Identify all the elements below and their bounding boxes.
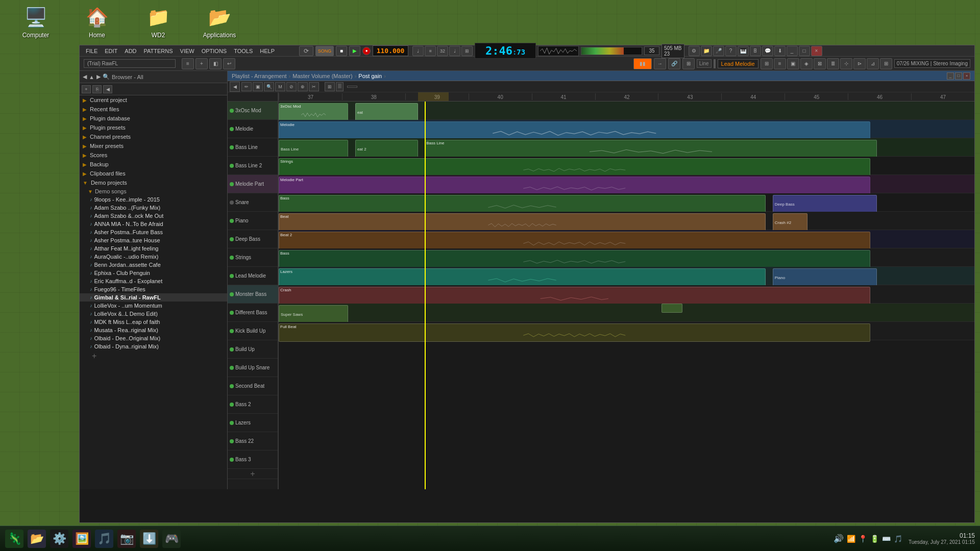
browser-nav-back[interactable]: ◀ bbox=[83, 73, 87, 80]
block-mel-part-1[interactable]: Melodie Part bbox=[279, 177, 870, 195]
song-benn[interactable]: ♪ Benn Jordan..assette Cafe bbox=[80, 261, 227, 269]
track-row-3xosc[interactable]: 3xOsc Mod eat bbox=[279, 102, 974, 120]
track-lazers[interactable]: Lazers bbox=[228, 414, 278, 432]
track-row-deepbass[interactable]: Beat 2 bbox=[279, 230, 974, 248]
track-content-area[interactable]: 3xOsc Mod eat bbox=[279, 102, 974, 489]
block-melodie-1[interactable]: Melodie bbox=[279, 121, 870, 140]
block-supersaws-1[interactable]: Super Saws bbox=[279, 305, 348, 323]
browser-scores[interactable]: ▶ Scores bbox=[80, 151, 227, 160]
tb-btn-4[interactable]: ↩ bbox=[223, 58, 235, 69]
track-row-bassline2[interactable]: Strings bbox=[279, 157, 974, 175]
track-row-strings[interactable]: Bass bbox=[279, 248, 974, 267]
block-deep-bass[interactable]: Deep Bass bbox=[773, 195, 877, 213]
track-bass2[interactable]: Bass 2 bbox=[228, 395, 278, 414]
block-3xosc-1[interactable]: 3xOsc Mod bbox=[279, 103, 348, 121]
metronome-icon[interactable]: ♩ bbox=[412, 46, 424, 56]
song-adam2[interactable]: ♪ Adam Szabo &..ock Me Out bbox=[80, 212, 227, 220]
track-mute-buildup[interactable] bbox=[230, 347, 234, 352]
track-3xosc[interactable]: 3xOsc Mod bbox=[228, 102, 278, 120]
track-mute-deepbass[interactable] bbox=[230, 237, 234, 241]
min-btn[interactable]: _ bbox=[787, 46, 798, 56]
taskbar-terminal-icon[interactable]: ⚙️ bbox=[50, 530, 68, 548]
song-lollie1[interactable]: ♪ LollieVox - ..um Momentum bbox=[80, 302, 227, 310]
song-9loops[interactable]: ♪ 9loops - Kee..imple - 2015 bbox=[80, 195, 227, 204]
block-bassline-1[interactable]: Bass Line bbox=[279, 140, 348, 158]
browser-demo-projects[interactable]: ▼ Demo projects bbox=[80, 178, 227, 187]
ch-btn-6[interactable]: ≣ bbox=[827, 58, 839, 69]
track-mute-bassline[interactable] bbox=[230, 145, 234, 149]
track-mute-bassline2[interactable] bbox=[230, 164, 234, 168]
volume-icon[interactable]: 🔊 bbox=[834, 534, 844, 543]
track-row-piano[interactable]: Beat Crash #2 bbox=[279, 212, 974, 230]
mic-icon[interactable]: 🎤 bbox=[713, 46, 724, 56]
ch-btn-1[interactable]: ⊞ bbox=[761, 58, 773, 69]
track-snare[interactable]: Snare bbox=[228, 193, 278, 212]
track-melodie-part[interactable]: Melodie Part bbox=[228, 175, 278, 193]
song-asher1[interactable]: ♪ Asher Postma..Future Bass bbox=[80, 228, 227, 236]
browser-icon[interactable]: 📁 bbox=[701, 46, 712, 56]
song-gimbal[interactable]: ♪ Gimbal & Si..rial - RawFL bbox=[80, 293, 227, 302]
browser-recent-files[interactable]: ▶ Recent files bbox=[80, 105, 227, 114]
track-row-lead[interactable]: Lazers Piano bbox=[279, 267, 974, 285]
track-mute-kick[interactable] bbox=[230, 329, 234, 333]
menu-add[interactable]: ADD bbox=[121, 47, 139, 55]
menu-options[interactable]: OPTIONS bbox=[199, 47, 230, 55]
pattern-icon[interactable]: ≡ bbox=[425, 46, 436, 56]
max-btn[interactable]: □ bbox=[799, 46, 810, 56]
track-mute-piano[interactable] bbox=[230, 219, 234, 223]
song-asher2[interactable]: ♪ Asher Postma..ture House bbox=[80, 236, 227, 244]
song-musata[interactable]: ♪ Musata - Rea..riginal Mix) bbox=[80, 326, 227, 334]
tb-btn-2[interactable]: + bbox=[195, 58, 208, 69]
pl-mute-btn[interactable]: M bbox=[275, 82, 285, 91]
time-sig-icon[interactable]: ♩ bbox=[449, 46, 460, 56]
browser-tree[interactable]: ▶ Current project ▶ Recent files ▶ Plugi… bbox=[80, 95, 227, 489]
close-btn[interactable]: × bbox=[811, 46, 822, 56]
ch-btn-5[interactable]: ⊠ bbox=[814, 58, 826, 69]
ch-btn-8[interactable]: ⊳ bbox=[853, 58, 866, 69]
track-monster-bass[interactable]: Monster Bass bbox=[228, 285, 278, 304]
browser-channel-presets[interactable]: ▶ Channel presets bbox=[80, 132, 227, 141]
tb-btn-3[interactable]: ◧ bbox=[209, 58, 222, 69]
win-close[interactable]: × bbox=[963, 72, 970, 80]
win-minimize[interactable]: _ bbox=[947, 72, 954, 80]
level-slider[interactable] bbox=[581, 47, 642, 55]
song-aura[interactable]: ♪ AuraQualic -..udio Remix) bbox=[80, 253, 227, 261]
browser-backup[interactable]: ▶ Backup bbox=[80, 160, 227, 169]
block-beat-2[interactable]: Beat 2 bbox=[279, 232, 870, 250]
block-crash-main[interactable]: Crash bbox=[279, 287, 870, 305]
block-supersaws-2[interactable] bbox=[662, 304, 682, 313]
desktop-icon-wd2[interactable]: 📁 WD2 bbox=[138, 5, 179, 39]
block-bass-str-1[interactable]: Bass bbox=[279, 250, 870, 268]
tb-btn-1[interactable]: ≡ bbox=[182, 58, 194, 69]
taskbar-game-icon[interactable]: 🎮 bbox=[162, 530, 181, 548]
pl-snap-btn[interactable]: ⊞ bbox=[325, 82, 335, 91]
track-bass22[interactable]: Bass 22 bbox=[228, 432, 278, 450]
browser-plugin-presets[interactable]: ▶ Plugin presets bbox=[80, 123, 227, 132]
song-atthar[interactable]: ♪ Atthar Feat M..ight feeling bbox=[80, 244, 227, 253]
block-lazers-1[interactable]: Lazers bbox=[279, 268, 766, 287]
track-mute-lazers[interactable] bbox=[230, 421, 234, 425]
track-mute-3xosc[interactable] bbox=[230, 109, 234, 113]
track-row-fullbeat[interactable]: Full Beat bbox=[279, 322, 974, 340]
ctrl-btn[interactable]: ⊞ bbox=[682, 58, 695, 69]
track-bassline[interactable]: Bass Line bbox=[228, 138, 278, 157]
breadcrumb-playlist[interactable]: Playlist - Arrangement bbox=[232, 73, 287, 79]
song-adam1[interactable]: ♪ Adam Szabo ..(Funky Mix) bbox=[80, 204, 227, 212]
track-mute-bass2[interactable] bbox=[230, 403, 234, 407]
settings-icon[interactable]: ⚙ bbox=[689, 46, 700, 56]
ch-btn-4[interactable]: ◈ bbox=[800, 58, 813, 69]
track-row-bassline[interactable]: Bass Line eat 2 Bass Line bbox=[279, 138, 974, 157]
browser-copy-btn[interactable]: ⎘ bbox=[92, 85, 102, 93]
ch-btn-10[interactable]: ⊞ bbox=[880, 58, 892, 69]
dl-icon[interactable]: ⬇ bbox=[774, 46, 786, 56]
mixer-icon[interactable]: 🎚 bbox=[750, 46, 761, 56]
song-mdk[interactable]: ♪ MDK ft Miss L..eap of faith bbox=[80, 318, 227, 326]
browser-clipboard[interactable]: ▶ Clipboard files bbox=[80, 169, 227, 178]
track-row-melodie-part[interactable]: Melodie Part bbox=[279, 175, 974, 193]
taskbar-image-icon[interactable]: 🖼️ bbox=[72, 530, 91, 548]
block-bassline2-1[interactable]: Strings bbox=[279, 158, 870, 177]
track-diff-bass[interactable]: Different Bass bbox=[228, 304, 278, 322]
track-buildup[interactable]: Build Up bbox=[228, 340, 278, 359]
browser-mixer-presets[interactable]: ▶ Mixer presets bbox=[80, 141, 227, 151]
menu-view[interactable]: VIEW bbox=[177, 47, 198, 55]
